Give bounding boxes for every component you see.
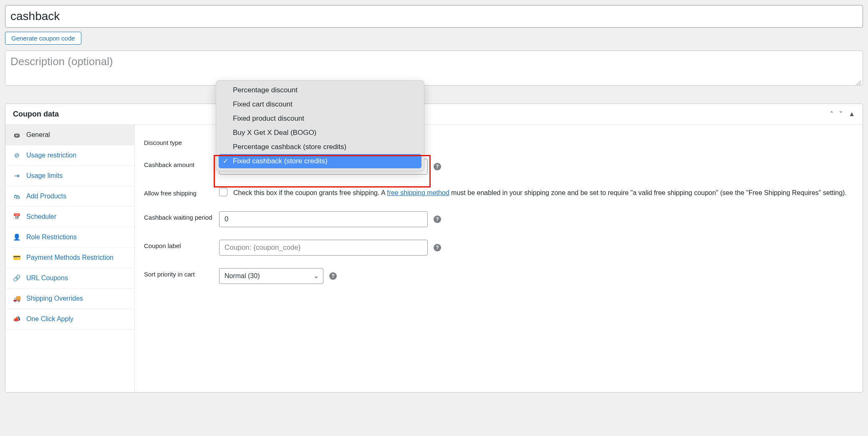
- coupon-title-input[interactable]: [5, 5, 863, 28]
- cashback-waiting-period-label: Cashback waiting period: [144, 211, 219, 221]
- tab-general[interactable]: 🎟General: [5, 125, 134, 145]
- svg-line-0: [856, 81, 861, 85]
- tab-label: Add Products: [26, 193, 66, 200]
- one-click-apply-icon: 📣: [13, 315, 20, 323]
- help-icon[interactable]: ?: [434, 163, 441, 170]
- tab-label: Shipping Overrides: [26, 295, 83, 302]
- tab-usage-limits[interactable]: ⇥Usage limits: [5, 166, 134, 186]
- dropdown-option[interactable]: Percentage discount: [219, 83, 421, 97]
- tab-shipping-overrides[interactable]: 🚚Shipping Overrides: [5, 289, 134, 309]
- tab-label: Role Restrictions: [26, 233, 77, 241]
- coupon-label-input[interactable]: [219, 240, 428, 256]
- coupon-data-panel: Coupon data ˄ ˅ ▲ 🎟General⊘Usage restric…: [5, 104, 863, 393]
- panel-move-down-icon[interactable]: ˅: [839, 110, 843, 118]
- cashback-waiting-period-input[interactable]: [219, 211, 428, 227]
- tab-usage-restriction[interactable]: ⊘Usage restriction: [5, 145, 134, 166]
- free-shipping-method-link[interactable]: free shipping method: [387, 189, 449, 196]
- panel-collapse-icon[interactable]: ▲: [848, 110, 855, 118]
- cashback-amount-label: Cashback amount: [144, 159, 219, 168]
- tab-label: Usage restriction: [26, 152, 76, 159]
- usage-restriction-icon: ⊘: [13, 152, 20, 159]
- dropdown-option[interactable]: Fixed cart discount: [219, 97, 421, 112]
- help-icon[interactable]: ?: [329, 272, 337, 280]
- tab-url-coupons[interactable]: 🔗URL Coupons: [5, 268, 134, 289]
- allow-free-shipping-label: Allow free shipping: [144, 187, 219, 197]
- role-restrictions-icon: 👤: [13, 233, 20, 241]
- panel-move-up-icon[interactable]: ˄: [830, 110, 833, 118]
- payment-methods-restriction-icon: 💳: [13, 254, 20, 261]
- tab-label: Scheduler: [26, 213, 56, 221]
- tab-role-restrictions[interactable]: 👤Role Restrictions: [5, 227, 134, 248]
- svg-line-1: [859, 83, 861, 85]
- tab-label: General: [26, 131, 50, 139]
- free-shipping-description: Check this box if the coupon grants free…: [233, 187, 847, 198]
- scheduler-icon: 📅: [13, 213, 20, 221]
- coupon-description-textarea[interactable]: [5, 51, 863, 86]
- chevron-down-icon: ⌄: [313, 272, 319, 280]
- dropdown-option[interactable]: Buy X Get X Deal (BOGO): [219, 126, 421, 140]
- tab-add-products[interactable]: 🛍Add Products: [5, 186, 134, 207]
- tab-payment-methods-restriction[interactable]: 💳Payment Methods Restriction: [5, 248, 134, 268]
- sort-priority-select[interactable]: Normal (30) ⌄: [219, 268, 323, 284]
- tab-label: One Click Apply: [26, 315, 73, 323]
- discount-type-dropdown[interactable]: Percentage discountFixed cart discountFi…: [216, 80, 424, 171]
- coupon-label-label: Coupon label: [144, 240, 219, 249]
- tab-one-click-apply[interactable]: 📣One Click Apply: [5, 309, 134, 330]
- dropdown-option[interactable]: Fixed cashback (store credits): [219, 154, 421, 168]
- panel-title: Coupon data: [13, 110, 59, 119]
- add-products-icon: 🛍: [13, 193, 20, 200]
- tab-label: Payment Methods Restriction: [26, 254, 114, 261]
- usage-limits-icon: ⇥: [13, 172, 20, 180]
- sort-priority-label: Sort priority in cart: [144, 268, 219, 278]
- shipping-overrides-icon: 🚚: [13, 295, 20, 302]
- coupon-data-tabs: 🎟General⊘Usage restriction⇥Usage limits🛍…: [5, 125, 135, 392]
- help-icon[interactable]: ?: [434, 215, 441, 223]
- generate-coupon-code-button[interactable]: Generate coupon code: [5, 32, 81, 45]
- allow-free-shipping-checkbox[interactable]: [219, 188, 227, 196]
- help-icon[interactable]: ?: [434, 244, 441, 251]
- resize-handle-icon: [856, 80, 862, 86]
- sort-priority-value: Normal (30): [225, 272, 260, 280]
- dropdown-option[interactable]: Percentage cashback (store credits): [219, 140, 421, 154]
- tab-scheduler[interactable]: 📅Scheduler: [5, 207, 134, 227]
- tab-label: URL Coupons: [26, 274, 68, 282]
- tab-label: Usage limits: [26, 172, 63, 180]
- general-icon: 🎟: [13, 132, 20, 139]
- dropdown-option[interactable]: Fixed product discount: [219, 112, 421, 126]
- discount-type-label: Discount type: [144, 137, 219, 146]
- url-coupons-icon: 🔗: [13, 274, 20, 282]
